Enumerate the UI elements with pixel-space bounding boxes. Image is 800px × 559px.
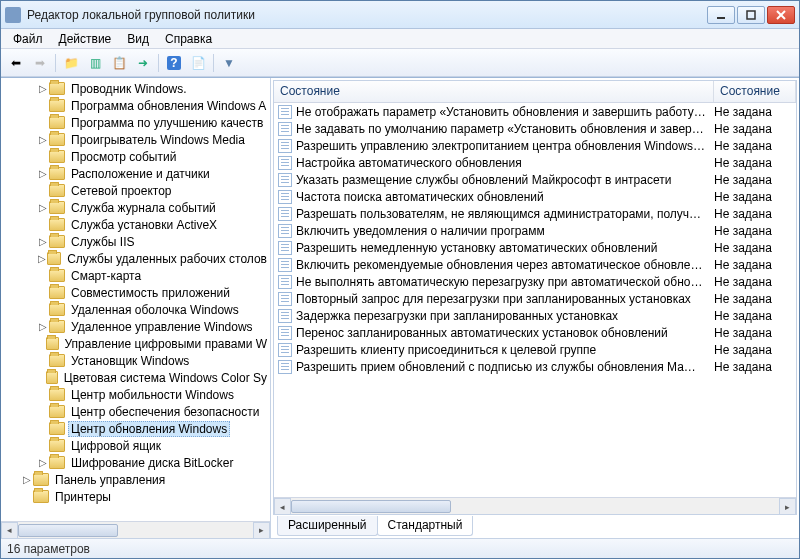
refresh-button[interactable]: 📄: [187, 52, 209, 74]
tree-item[interactable]: Смарт-карта: [1, 267, 270, 284]
tree-item[interactable]: Цифровой ящик: [1, 437, 270, 454]
back-button[interactable]: ⬅: [5, 52, 27, 74]
tree-item[interactable]: ▷Расположение и датчики: [1, 165, 270, 182]
tree-item-label: Смарт-карта: [68, 269, 144, 283]
tree-item[interactable]: Программа по улучшению качеств: [1, 114, 270, 131]
list-row[interactable]: Не задавать по умолчанию параметр «Устан…: [274, 120, 796, 137]
scroll-thumb[interactable]: [291, 500, 451, 513]
tree-item[interactable]: Управление цифровыми правами W: [1, 335, 270, 352]
expander-icon[interactable]: ▷: [37, 202, 49, 213]
policy-state: Не задана: [714, 224, 796, 238]
expander-icon[interactable]: ▷: [37, 321, 49, 332]
scroll-left-arrow-icon[interactable]: ◂: [1, 522, 18, 539]
tree-horizontal-scrollbar[interactable]: ◂ ▸: [1, 521, 270, 538]
up-level-button[interactable]: 📁: [60, 52, 82, 74]
export-button[interactable]: ➜: [132, 52, 154, 74]
list-row[interactable]: Перенос запланированных автоматических у…: [274, 324, 796, 341]
list-row[interactable]: Разрешить прием обновлений с подписью из…: [274, 358, 796, 375]
tab-standard[interactable]: Стандартный: [377, 516, 474, 536]
tree-item[interactable]: ▷Проводник Windows.: [1, 80, 270, 97]
list-row[interactable]: Включить рекомендуемые обновления через …: [274, 256, 796, 273]
policy-icon: [278, 309, 292, 323]
tree-item-label: Центр мобильности Windows: [68, 388, 237, 402]
minimize-button[interactable]: [707, 6, 735, 24]
show-hide-tree-button[interactable]: ▥: [84, 52, 106, 74]
list-row[interactable]: Включить уведомления о наличии программН…: [274, 222, 796, 239]
tree-view[interactable]: ▷Проводник Windows.Программа обновления …: [1, 78, 270, 521]
policy-icon: [278, 241, 292, 255]
policy-name: Повторный запрос для перезагрузки при за…: [296, 292, 714, 306]
list-header: Состояние Состояние: [274, 81, 796, 103]
scroll-left-arrow-icon[interactable]: ◂: [274, 498, 291, 515]
tree-item[interactable]: Центр обеспечения безопасности: [1, 403, 270, 420]
menu-help[interactable]: Справка: [157, 30, 220, 48]
tree-item[interactable]: Установщик Windows: [1, 352, 270, 369]
tree-item[interactable]: Совместимость приложений: [1, 284, 270, 301]
list-row[interactable]: Частота поиска автоматических обновлений…: [274, 188, 796, 205]
policy-icon: [278, 207, 292, 221]
tree-item-label: Сетевой проектор: [68, 184, 175, 198]
filter-button[interactable]: ▼: [218, 52, 240, 74]
tree-item-label: Цифровой ящик: [68, 439, 164, 453]
policy-state: Не задана: [714, 292, 796, 306]
menu-view[interactable]: Вид: [119, 30, 157, 48]
folder-icon: [46, 371, 58, 384]
forward-button[interactable]: ➡: [29, 52, 51, 74]
scroll-right-arrow-icon[interactable]: ▸: [779, 498, 796, 515]
tree-item[interactable]: ▷Службы IIS: [1, 233, 270, 250]
expander-icon[interactable]: ▷: [37, 134, 49, 145]
scroll-right-arrow-icon[interactable]: ▸: [253, 522, 270, 539]
tree-item-label: Управление цифровыми правами W: [62, 337, 271, 351]
scroll-thumb[interactable]: [18, 524, 118, 537]
tree-item[interactable]: Программа обновления Windows A: [1, 97, 270, 114]
list-row[interactable]: Разрешать пользователям, не являющимся а…: [274, 205, 796, 222]
expander-icon[interactable]: ▷: [37, 457, 49, 468]
list-row[interactable]: Разрешить немедленную установку автомати…: [274, 239, 796, 256]
expander-icon[interactable]: ▷: [21, 474, 33, 485]
help-button[interactable]: ?: [163, 52, 185, 74]
tree-item[interactable]: Сетевой проектор: [1, 182, 270, 199]
tab-extended[interactable]: Расширенный: [277, 516, 378, 536]
policy-name: Настройка автоматического обновления: [296, 156, 714, 170]
list-row[interactable]: Задержка перезагрузки при запланированны…: [274, 307, 796, 324]
list-row[interactable]: Настройка автоматического обновленияНе з…: [274, 154, 796, 171]
column-header-name[interactable]: Состояние: [274, 81, 714, 102]
folder-icon: [49, 167, 65, 180]
tree-item[interactable]: ▷Проигрыватель Windows Media: [1, 131, 270, 148]
tree-item[interactable]: Принтеры: [1, 488, 270, 505]
expander-icon[interactable]: ▷: [37, 168, 49, 179]
close-button[interactable]: [767, 6, 795, 24]
tree-item-label: Службы IIS: [68, 235, 137, 249]
tree-item[interactable]: ▷Служба журнала событий: [1, 199, 270, 216]
expander-icon[interactable]: ▷: [37, 83, 49, 94]
tree-item[interactable]: Цветовая система Windows Color Sy: [1, 369, 270, 386]
tree-item[interactable]: Удаленная оболочка Windows: [1, 301, 270, 318]
tree-item[interactable]: Центр обновления Windows: [1, 420, 270, 437]
list-row[interactable]: Повторный запрос для перезагрузки при за…: [274, 290, 796, 307]
list-row[interactable]: Не выполнять автоматическую перезагрузку…: [274, 273, 796, 290]
tree-item[interactable]: Центр мобильности Windows: [1, 386, 270, 403]
tree-item[interactable]: Просмотр событий: [1, 148, 270, 165]
tree-item[interactable]: ▷Панель управления: [1, 471, 270, 488]
list-row[interactable]: Разрешить управлению электропитанием цен…: [274, 137, 796, 154]
list-body[interactable]: Не отображать параметр «Установить обнов…: [274, 103, 796, 497]
folder-icon: [49, 456, 65, 469]
properties-button[interactable]: 📋: [108, 52, 130, 74]
list-horizontal-scrollbar[interactable]: ◂ ▸: [274, 497, 796, 514]
tree-item[interactable]: ▷Удаленное управление Windows: [1, 318, 270, 335]
column-header-state[interactable]: Состояние: [714, 81, 796, 102]
maximize-button[interactable]: [737, 6, 765, 24]
menu-file[interactable]: Файл: [5, 30, 51, 48]
policy-icon: [278, 105, 292, 119]
list-row[interactable]: Разрешить клиенту присоединиться к целев…: [274, 341, 796, 358]
tree-item[interactable]: ▷Службы удаленных рабочих столов: [1, 250, 270, 267]
list-row[interactable]: Указать размещение службы обновлений Май…: [274, 171, 796, 188]
expander-icon[interactable]: ▷: [37, 253, 47, 264]
list-row[interactable]: Не отображать параметр «Установить обнов…: [274, 103, 796, 120]
menu-action[interactable]: Действие: [51, 30, 120, 48]
expander-icon[interactable]: ▷: [37, 236, 49, 247]
tree-item[interactable]: Служба установки ActiveX: [1, 216, 270, 233]
policy-name: Разрешить управлению электропитанием цен…: [296, 139, 714, 153]
folder-icon: [49, 133, 65, 146]
tree-item[interactable]: ▷Шифрование диска BitLocker: [1, 454, 270, 471]
